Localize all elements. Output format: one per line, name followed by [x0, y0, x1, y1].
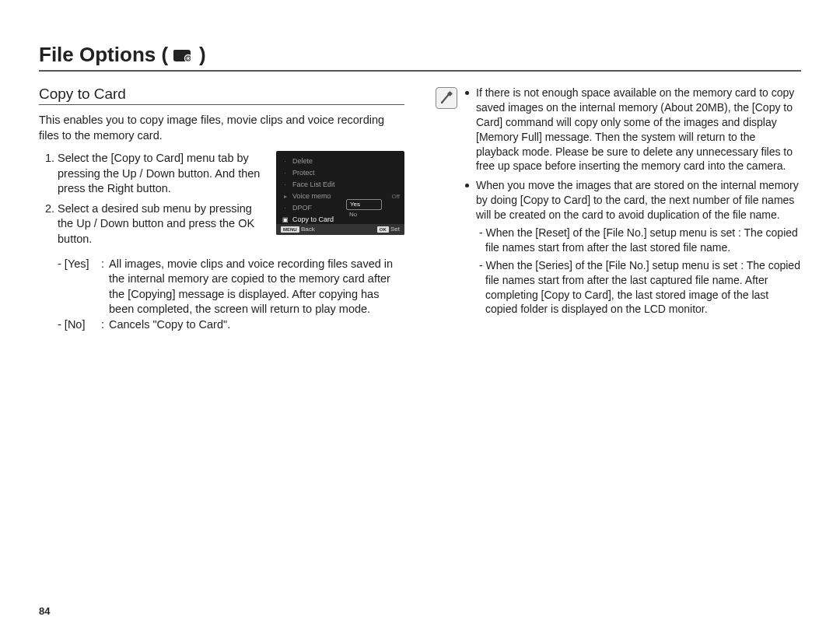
section-title: Copy to Card [39, 86, 404, 105]
notes-list: If there is not enough space available o… [465, 86, 801, 321]
option-yes-desc: All images, movie clips and voice record… [109, 257, 404, 317]
lcd-voice-value: Off [391, 194, 400, 200]
file-options-icon [173, 47, 194, 63]
option-no-desc: Cancels "Copy to Card". [109, 317, 404, 333]
steps-list: Select the [Copy to Card] menu tab by pr… [39, 151, 268, 251]
note-2a: - When the [Reset] of the [File No.] set… [476, 226, 801, 255]
title-suffix: ) [199, 43, 206, 67]
lcd-option-yes: Yes [346, 199, 382, 210]
lcd-back-label: Back [301, 226, 315, 233]
lcd-item: Delete [292, 158, 400, 165]
camera-lcd-mock: ·Delete ·Protect ·Face List Edit ▸Voice … [276, 151, 404, 235]
folder-icon: ▣ [281, 217, 289, 223]
option-no-label: - [No] [58, 317, 101, 333]
lcd-ok-badge: OK [377, 226, 389, 233]
intro-text: This enables you to copy image files, mo… [39, 113, 404, 143]
lcd-item: Face List Edit [292, 181, 400, 188]
note-2b: - When the [Series] of the [File No.] se… [476, 258, 801, 317]
lcd-option-no: No [346, 210, 382, 219]
title-prefix: File Options ( [39, 43, 168, 67]
option-yes-label: - [Yes] [58, 257, 101, 317]
svg-rect-1 [173, 50, 179, 53]
note-2-text: When you move the images that are stored… [476, 179, 799, 221]
lcd-item: Protect [292, 170, 400, 177]
step-2: Select a desired sub menu by pressing th… [58, 201, 268, 247]
step-1: Select the [Copy to Card] menu tab by pr… [58, 151, 268, 197]
page-title: File Options ( ) [39, 43, 801, 72]
right-column: If there is not enough space available o… [436, 86, 801, 332]
page-number: 84 [39, 605, 50, 617]
note-1: If there is not enough space available o… [465, 86, 801, 173]
left-column: Copy to Card This enables you to copy im… [39, 86, 404, 332]
options-block: - [Yes] : All images, movie clips and vo… [39, 257, 404, 333]
note-2: When you move the images that are stored… [465, 178, 801, 317]
note-icon [436, 87, 457, 109]
lcd-set-label: Set [390, 226, 400, 233]
lcd-menu-badge: MENU [281, 226, 299, 233]
